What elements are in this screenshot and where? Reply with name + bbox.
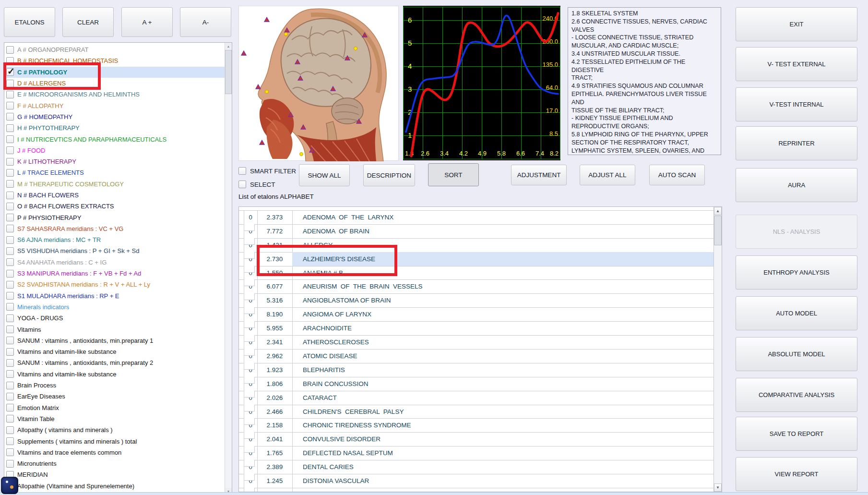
category-checkbox[interactable]: [6, 314, 14, 322]
category-item[interactable]: S3 MANIPURA meridians : F + VB + Fd + Ad: [4, 268, 232, 279]
category-item[interactable]: P # PHYSIOTHERAPY: [4, 212, 232, 223]
category-item[interactable]: S4 ANAHATA meridians : C + IG: [4, 257, 232, 268]
category-item[interactable]: I # NUTRICEVTICS AND PARAPHARMACEUTICALS: [4, 133, 232, 145]
category-item[interactable]: H # PHYTOTHERAPY: [4, 122, 232, 133]
etalon-row[interactable]: 07.772ADENOMA OF BRAIN: [239, 224, 713, 239]
category-item[interactable]: Brain Process: [4, 380, 232, 391]
toolbar-button-a[interactable]: A-: [180, 7, 231, 37]
category-checkbox[interactable]: [6, 158, 14, 166]
category-checkbox[interactable]: [6, 258, 14, 266]
scroll-up-icon[interactable]: ▲: [714, 207, 722, 215]
etalon-row[interactable]: 08.190ANGIOMA OF LARYNX: [239, 307, 713, 322]
category-checkbox[interactable]: [6, 225, 14, 232]
etalon-row[interactable]: 02.962ATOMIC DISEASE: [239, 349, 713, 363]
category-checkbox[interactable]: [6, 146, 14, 154]
action-button-auto-scan[interactable]: AUTO SCAN: [649, 165, 705, 185]
action-button-sort[interactable]: SORT: [428, 163, 479, 186]
side-button-auto-model[interactable]: AUTO MODEL: [736, 296, 857, 330]
select-checkbox[interactable]: [238, 181, 246, 188]
category-checkbox[interactable]: [6, 169, 14, 177]
category-item[interactable]: O # BACH FLOWERS EXTRACTS: [4, 201, 232, 212]
category-item[interactable]: S5 VISHUDHA meridians : P + GI + Sk + Sd: [4, 245, 232, 256]
side-button-v-test-internal[interactable]: V-TEST INTERNAL: [736, 87, 857, 121]
category-checkbox[interactable]: [6, 382, 14, 389]
category-item[interactable]: S1 MULADHARA meridians : RP + E: [4, 290, 232, 302]
category-item[interactable]: Vitamins and trace elements common: [4, 447, 232, 458]
etalon-row[interactable]: 02.270DYSCIRCULATORY ENCEPHALOPATHY: [239, 488, 713, 492]
etalon-row[interactable]: 01.765DEFLECTED NASAL SEPTUM: [239, 446, 713, 460]
category-item[interactable]: G # HOMEOPATHY: [4, 111, 232, 122]
category-item[interactable]: S7 SAHASRARA meridians : VC + VG: [4, 223, 232, 234]
category-checkbox[interactable]: [6, 281, 14, 289]
category-item[interactable]: Supplements ( vitamins and minerals ) to…: [4, 435, 232, 447]
category-item[interactable]: SANUM : vitamins , antioxidants, min.pre…: [4, 335, 232, 346]
etalon-row[interactable]: 02.026CATARACT: [239, 391, 713, 405]
etalon-row[interactable]: 02.466CHILDREN'S CEREBRAL PALSY: [239, 405, 713, 419]
toolbar-button-etalons[interactable]: ETALONS: [4, 7, 55, 37]
etalon-row[interactable]: 05.955ARACHNOIDITE: [239, 321, 713, 336]
etalon-row[interactable]: 05.316ANGIOBLASTOMA OF BRAIN: [239, 293, 713, 308]
side-button-exit[interactable]: EXIT: [736, 7, 857, 41]
category-item[interactable]: E # MICROORGANISMS AND HELMINTHS: [4, 89, 232, 100]
etalon-row[interactable]: 02.041CONVULSIVE DISORDER: [239, 432, 713, 447]
category-item[interactable]: Minerals indicators: [4, 302, 232, 313]
category-item[interactable]: L # TRACE ELEMENTS: [4, 167, 232, 178]
category-item[interactable]: SANUM : vitamins , antioxidants, min.pre…: [4, 357, 232, 368]
category-checkbox[interactable]: [6, 404, 14, 411]
category-checkbox[interactable]: [6, 460, 14, 468]
category-item[interactable]: J # FOOD: [4, 145, 232, 156]
category-item[interactable]: Vitamins: [4, 324, 232, 335]
toolbar-button-a[interactable]: A +: [121, 7, 173, 37]
category-checkbox[interactable]: [6, 303, 14, 311]
category-checkbox[interactable]: [6, 113, 14, 121]
action-button-adjust-all[interactable]: ADJUST ALL: [580, 165, 635, 185]
category-item[interactable]: K # LITHOTHERAPY: [4, 156, 232, 167]
table-scrollbar[interactable]: ▲ ▼: [713, 207, 722, 492]
side-button-save-to-report[interactable]: SAVE TO REPORT: [736, 417, 857, 451]
category-item[interactable]: Micronutrients: [4, 458, 232, 469]
category-checkbox[interactable]: [6, 124, 14, 132]
side-button-reprinter[interactable]: REPRINTER: [736, 126, 857, 160]
etalon-row[interactable]: 06.077ANEURISM OF THE BRAIN VESSELS: [239, 280, 713, 294]
etalon-row[interactable]: 02.389DENTAL CARIES: [239, 460, 713, 474]
category-item[interactable]: YOGA - DRUGS: [4, 313, 232, 324]
category-checkbox[interactable]: [6, 448, 14, 456]
app-corner-logo-icon[interactable]: [1, 477, 18, 494]
smart-filter-checkbox[interactable]: [238, 167, 246, 175]
category-item[interactable]: A # ORGANOPREPARAT: [4, 44, 232, 55]
side-button-v-test-external[interactable]: V- TEST EXTERNAL: [736, 47, 857, 81]
category-checkbox[interactable]: [6, 292, 14, 300]
side-button-absolute-model[interactable]: ABSOLUTE MODEL: [736, 337, 857, 371]
action-button-description[interactable]: DESCRIPTION: [363, 164, 415, 186]
scrollbar-thumb[interactable]: [714, 216, 722, 245]
category-item[interactable]: S6 AJNA meridians : MC + TR: [4, 234, 232, 245]
category-checkbox[interactable]: [6, 102, 14, 109]
category-item[interactable]: Emotion Matrix: [4, 402, 232, 413]
category-item[interactable]: EarEye Diseases: [4, 391, 232, 402]
category-item[interactable]: Allopathie (Vitamine and Spurenelemente): [4, 481, 232, 492]
category-item[interactable]: M # THERAPEUTIC COSMETOLOGY: [4, 179, 232, 190]
side-button-aura[interactable]: AURA: [736, 168, 857, 202]
category-item[interactable]: Vitamin Table: [4, 413, 232, 424]
category-checkbox[interactable]: [6, 46, 14, 54]
scrollbar-thumb[interactable]: [225, 50, 232, 94]
etalon-row[interactable]: 01.806BRAIN CONCUSSION: [239, 377, 713, 391]
etalon-row[interactable]: 02.158CHRONIC TIREDNESS SYNDROME: [239, 419, 713, 433]
category-item[interactable]: MERIDIAN: [4, 469, 232, 480]
category-item[interactable]: S2 SVADHISTANA meridians : R + V + ALL +…: [4, 279, 232, 290]
category-checkbox[interactable]: [6, 348, 14, 356]
category-checkbox[interactable]: [6, 270, 14, 278]
scroll-down-icon[interactable]: ▼: [714, 483, 722, 492]
category-checkbox[interactable]: [6, 192, 14, 199]
category-checkbox[interactable]: [6, 236, 14, 244]
category-checkbox[interactable]: [6, 337, 14, 344]
etalon-row[interactable]: 01.923BLEPHARITIS: [239, 363, 713, 377]
category-checkbox[interactable]: [6, 426, 14, 434]
category-checkbox[interactable]: [6, 180, 14, 188]
category-checkbox[interactable]: [6, 135, 14, 143]
action-button-show-all[interactable]: SHOW ALL: [299, 164, 350, 186]
category-checkbox[interactable]: [6, 326, 14, 333]
action-button-adjustment[interactable]: ADJUSTMENT: [511, 165, 567, 185]
category-checkbox[interactable]: [6, 359, 14, 367]
etalon-row[interactable]: 01.245DISTONIA VASCULAR: [239, 474, 713, 488]
